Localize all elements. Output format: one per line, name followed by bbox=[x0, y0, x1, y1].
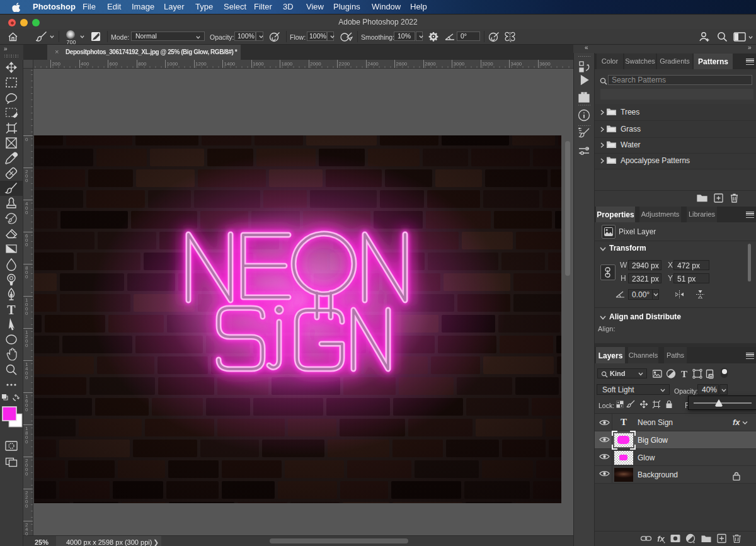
svg-text:T: T bbox=[681, 369, 687, 379]
svg-text:fx: fx bbox=[657, 534, 665, 543]
svg-text:T: T bbox=[7, 303, 16, 317]
